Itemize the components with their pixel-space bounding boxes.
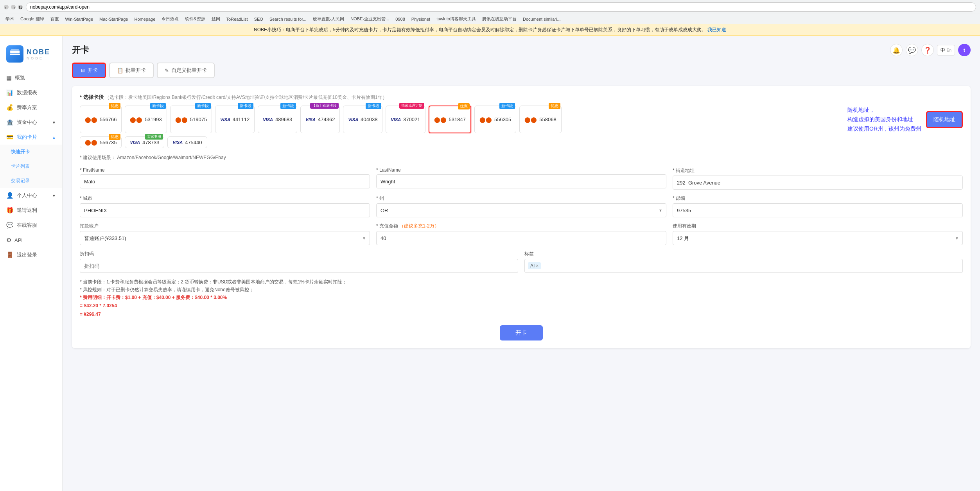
notification-link[interactable]: 我已知道 <box>707 27 726 32</box>
bookmark-item[interactable]: Google 翻译 <box>18 15 47 23</box>
sidebar-label: 邀请返利 <box>17 207 37 214</box>
help-btn[interactable]: ❓ <box>921 44 934 56</box>
bookmarks-bar: 学术 Google 翻译 百度 Win-StartPage Mac-StartP… <box>0 14 980 24</box>
bookmark-item[interactable]: 学术 <box>3 15 16 23</box>
sidebar-item-reports[interactable]: 📊 数据报表 <box>0 85 62 100</box>
sidebar-item-fees[interactable]: 💰 费率方案 <box>0 100 62 115</box>
card-chip-370021[interactable]: 独家流通定制 VISA 370021 <box>386 106 425 133</box>
transactions-label: 交易记录 <box>11 177 30 184</box>
state-label: * 州 <box>376 195 666 202</box>
bookmark-item[interactable]: Search results for... <box>267 16 309 22</box>
card-chip-441112[interactable]: 新卡段 VISA 441112 <box>215 106 255 133</box>
recharge-input[interactable] <box>376 231 666 245</box>
bookmark-item[interactable]: Document similari... <box>521 16 563 22</box>
bookmark-item[interactable]: 今日热点 <box>159 15 181 23</box>
first-name-input[interactable] <box>80 174 370 188</box>
refresh-btn[interactable]: ↻ <box>18 5 23 9</box>
card-chip-531847[interactable]: 优惠 ⬤⬤ 531847 <box>429 106 471 133</box>
submit-button[interactable]: 开卡 <box>500 325 543 340</box>
merchant-tags: * 建议使用场景： Amazon/Facebook/Google/Walmart… <box>80 154 963 161</box>
note-line2: * 风控规则：对于已删卡仍然计算交易失败率，请谨慎用卡，避免Nobe账号被风控； <box>80 286 963 294</box>
forward-btn[interactable]: → <box>11 5 16 9</box>
validity-select[interactable]: 12 月 6 月 3 月 <box>673 231 963 245</box>
sidebar-item-api[interactable]: ⚙ API <box>0 233 62 247</box>
merchants-list: Amazon/Facebook/Google/Walmart/NEWEGG/Eb… <box>117 155 226 160</box>
bookmark-item[interactable]: SEO <box>252 16 266 22</box>
tag-remove-icon[interactable]: × <box>536 263 538 269</box>
card-number: 556766 <box>100 116 117 122</box>
bookmark-item[interactable]: Homepage <box>132 16 158 22</box>
sidebar-label: 在线客服 <box>17 222 37 229</box>
discount-input[interactable] <box>80 259 518 273</box>
logo-area: NOBE N O B E <box>0 42 62 70</box>
zip-label: * 邮编 <box>673 195 963 202</box>
sidebar-item-quick-open[interactable]: 快速开卡 <box>0 145 62 159</box>
card-chip-558068[interactable]: 优惠 ⬤⬤ 558068 <box>519 106 561 133</box>
card-chip-556766[interactable]: 优惠 ⬤⬤ 556766 <box>80 106 122 133</box>
message-btn[interactable]: 💬 <box>906 44 918 56</box>
sidebar-item-funds[interactable]: 🏦 资金中心 ▼ <box>0 115 62 130</box>
card-chip-556305[interactable]: 新卡段 ⬤⬤ 556305 <box>474 106 516 133</box>
bookmark-item[interactable]: 硬导置数-人民网 <box>311 15 347 23</box>
bookmark-item[interactable]: 百度 <box>48 15 61 23</box>
bookmark-item[interactable]: Mac-StartPage <box>97 16 130 22</box>
city-input[interactable] <box>80 203 370 217</box>
bookmark-item[interactable]: 丝网 <box>209 15 223 23</box>
card-chip-519075[interactable]: 新卡段 ⬤⬤ 519075 <box>170 106 212 133</box>
submit-area: 开卡 <box>80 325 963 340</box>
logo-icon <box>6 45 23 63</box>
card-chip-489683[interactable]: 新卡段 VISA 489683 <box>258 106 297 133</box>
bookmark-item[interactable]: 0908 <box>393 16 407 22</box>
tab-batch-open[interactable]: 📋 批量开卡 <box>109 63 154 78</box>
tag-input[interactable]: AI × <box>524 259 963 273</box>
card-chip-404038[interactable]: 新卡段 VISA 404038 <box>343 106 382 133</box>
zip-input[interactable] <box>673 203 963 217</box>
sidebar-item-personal[interactable]: 👤 个人中心 ▼ <box>0 188 62 203</box>
last-name-input[interactable] <box>376 174 666 188</box>
bookmark-item[interactable]: Physionet <box>409 16 433 22</box>
sidebar-item-transactions[interactable]: 交易记录 <box>0 174 62 188</box>
tab-custom-batch[interactable]: ✎ 自定义批量开卡 <box>157 63 215 78</box>
bookmark-item[interactable]: 腾讯在线互动平台 <box>480 15 519 23</box>
tab-quick-open[interactable]: 🖥 开卡 <box>72 63 106 78</box>
validity-group: 使用有效期 12 月 6 月 3 月 <box>673 223 963 245</box>
avatar-btn[interactable]: t <box>958 44 971 56</box>
location-row: * 城市 * 州 OR AZ CA * 邮编 <box>80 195 963 217</box>
sidebar-item-my-cards[interactable]: 💳 我的卡片 ▲ <box>0 130 62 145</box>
bookmark-item[interactable]: NOBE-企业支出管... <box>348 15 391 23</box>
badge-new: 新卡段 <box>150 103 166 109</box>
sidebar-item-referral[interactable]: 🎁 邀请返利 <box>0 203 62 218</box>
random-annotation: 随机地址， 构造虚拟的美国身份和地址 建议使用OR州，该州为免费州 <box>847 106 921 133</box>
card-chip-475440[interactable]: VISA 475440 <box>167 136 207 148</box>
bookmark-item[interactable]: tawk.to博客聊天工具 <box>434 15 478 23</box>
sidebar-label: 数据报表 <box>17 89 37 96</box>
card-chip-474362[interactable]: 【新】欧洲卡段 VISA 474362 <box>300 106 340 133</box>
sidebar-item-card-list[interactable]: 卡片列表 <box>0 159 62 174</box>
back-btn[interactable]: ← <box>4 5 9 9</box>
mc-icon: ⬤⬤ <box>434 116 447 123</box>
account-select[interactable]: 普通账户(¥333.51) <box>80 231 370 245</box>
recharge-group: * 充值金额 （建议多充1-2万） <box>376 223 666 245</box>
lang-btn[interactable]: 中 En <box>937 45 955 56</box>
name-row: * FirstName * LastName * 街道地址 <box>80 167 963 190</box>
state-select[interactable]: OR AZ CA <box>376 203 666 217</box>
bookmark-item[interactable]: 软件&资源 <box>183 15 207 23</box>
random-address-button[interactable]: 随机地址 <box>926 111 963 128</box>
street-input[interactable] <box>673 176 963 190</box>
chevron-down-icon: ▼ <box>52 194 56 198</box>
payment-row: 扣款账户 普通账户(¥333.51) * 充值金额 （建议多充1-2万） <box>80 223 963 245</box>
card-chip-531993[interactable]: 新卡段 ⬤⬤ 531993 <box>125 106 167 133</box>
card-chip-478733[interactable]: 卖家专用 VISA 478733 <box>125 136 164 148</box>
visa-icon: VISA <box>172 140 183 145</box>
sidebar-item-logout[interactable]: 🚪 退出登录 <box>0 247 62 262</box>
bookmark-item[interactable]: Win-StartPage <box>63 16 96 22</box>
bookmark-item[interactable]: ToReadList <box>224 16 250 22</box>
address-bar[interactable] <box>26 2 976 12</box>
sidebar-item-overview[interactable]: ▦ 概览 <box>0 70 62 85</box>
mc-icon: ⬤⬤ <box>130 116 142 123</box>
sidebar-item-support[interactable]: 💬 在线客服 <box>0 218 62 233</box>
card-chip-556735[interactable]: 优惠 ⬤⬤ 556735 <box>80 136 122 148</box>
notification-btn[interactable]: 🔔 <box>890 44 903 56</box>
first-name-group: * FirstName <box>80 167 370 190</box>
tag-group: 标签 AI × <box>524 251 963 273</box>
